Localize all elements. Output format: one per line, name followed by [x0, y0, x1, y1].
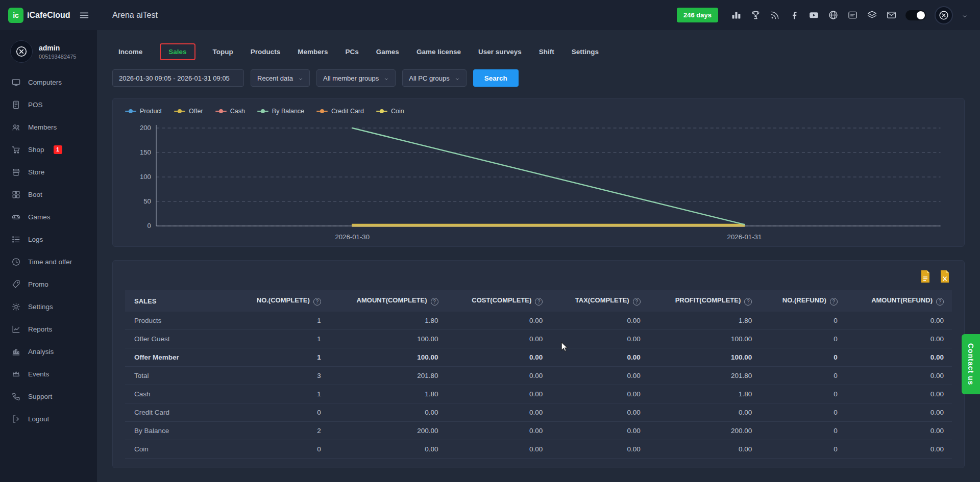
tab-user-surveys[interactable]: User surveys: [478, 48, 522, 56]
legend-item[interactable]: Credit Card: [316, 108, 364, 115]
sidebar-item-boot[interactable]: Boot: [0, 183, 97, 206]
legend-item[interactable]: Coin: [376, 108, 404, 115]
user-name: admin: [39, 44, 76, 52]
cell-no-complete: 1: [233, 348, 329, 367]
crown-icon: [11, 369, 21, 379]
sidebar-item-label: Events: [28, 370, 49, 378]
sidebar-item-shop[interactable]: Shop 1: [0, 138, 97, 161]
globe-icon[interactable]: [828, 10, 839, 20]
sales-table-panel: SALES NO.(COMPLETE)? AMOUNT(COMPLETE)? C…: [112, 260, 965, 468]
sidebar-item-logout[interactable]: Logout: [0, 408, 97, 430]
legend-marker-icon: [125, 109, 136, 114]
tab-topup[interactable]: Topup: [213, 48, 233, 56]
hamburger-menu-icon[interactable]: [79, 10, 90, 21]
export-excel-icon[interactable]: [939, 270, 951, 283]
help-icon[interactable]: ?: [535, 298, 543, 306]
column-header-amount-complete: AMOUNT(COMPLETE)?: [329, 290, 447, 312]
sidebar-item-promo[interactable]: Promo: [0, 273, 97, 295]
license-days-badge[interactable]: 246 days: [677, 8, 718, 22]
tab-games[interactable]: Games: [376, 48, 399, 56]
user-avatar[interactable]: [935, 6, 953, 24]
data-mode-value: Recent data: [257, 74, 293, 82]
cart-icon: [11, 145, 21, 155]
column-header-amount-refund: AMOUNT(REFUND)?: [846, 290, 952, 312]
pc-groups-value: All PC groups: [409, 74, 449, 82]
sidebar-item-reports[interactable]: Reports: [0, 318, 97, 340]
legend-marker-icon: [174, 109, 185, 114]
search-button[interactable]: Search: [473, 69, 519, 87]
facebook-icon[interactable]: [789, 10, 800, 20]
help-icon[interactable]: ?: [633, 298, 641, 306]
legend-item[interactable]: Product: [125, 108, 162, 115]
tab-settings[interactable]: Settings: [572, 48, 599, 56]
bar-chart-icon: [11, 347, 21, 357]
sidebar-item-events[interactable]: Events: [0, 363, 97, 385]
export-pdf-icon[interactable]: [919, 270, 932, 283]
data-mode-select[interactable]: Recent data: [251, 69, 310, 87]
tab-pcs[interactable]: PCs: [346, 48, 359, 56]
row-label: Credit Card: [125, 403, 233, 422]
sidebar-item-support[interactable]: Support: [0, 385, 97, 408]
members-icon: [11, 122, 21, 132]
tab-sales[interactable]: Sales: [160, 43, 195, 60]
pc-groups-select[interactable]: All PC groups: [402, 69, 466, 87]
ranking-icon[interactable]: [731, 10, 742, 20]
brand[interactable]: ic iCafeCloud: [8, 8, 70, 23]
cell-amount-complete: 0.00: [329, 403, 447, 422]
legend-item[interactable]: Offer: [174, 108, 203, 115]
help-icon[interactable]: ?: [744, 298, 752, 306]
tab-products[interactable]: Products: [251, 48, 281, 56]
sidebar-item-pos[interactable]: POS: [0, 93, 97, 116]
member-groups-select[interactable]: All member groups: [316, 69, 396, 87]
sidebar-item-label: Boot: [28, 191, 42, 198]
date-range-input[interactable]: 2026-01-30 09:05 - 2026-01-31 09:05: [112, 69, 244, 87]
legend-marker-icon: [257, 109, 268, 114]
help-icon[interactable]: ?: [313, 298, 321, 306]
chevron-down-icon[interactable]: [962, 12, 968, 18]
cell-amount-refund: 0.00: [846, 348, 952, 367]
toggle-knob: [917, 11, 925, 19]
cell-cost-complete: 0.00: [447, 348, 551, 367]
cell-no-refund: 0: [760, 312, 846, 330]
tab-shift[interactable]: Shift: [539, 48, 554, 56]
cell-profit-complete: 100.00: [649, 330, 761, 348]
tab-game-license[interactable]: Game license: [416, 48, 461, 56]
cell-tax-complete: 0.00: [551, 348, 648, 367]
tab-members[interactable]: Members: [298, 48, 328, 56]
tab-income[interactable]: Income: [118, 48, 142, 56]
sidebar-item-logs[interactable]: Logs: [0, 228, 97, 250]
table-row: Offer Member 1 100.00 0.00 0.00 100.00 0…: [125, 348, 952, 367]
brand-name: iCafeCloud: [27, 11, 70, 20]
sidebar-item-members[interactable]: Members: [0, 116, 97, 138]
cell-tax-complete: 0.00: [551, 330, 648, 348]
help-icon[interactable]: ?: [830, 298, 838, 306]
topbar-actions: 246 days: [677, 6, 968, 24]
mail-icon[interactable]: [886, 10, 897, 20]
main-content: Income Sales Topup Products Members PCs …: [97, 30, 980, 482]
help-icon[interactable]: ?: [936, 298, 944, 306]
sidebar-item-settings[interactable]: Settings: [0, 295, 97, 318]
rss-icon[interactable]: [770, 10, 780, 20]
sidebar-item-label: Store: [28, 168, 44, 176]
line-chart-icon: [11, 324, 21, 334]
news-icon[interactable]: [847, 10, 858, 20]
boot-icon: [11, 190, 21, 199]
sidebar-item-time-and-offer[interactable]: Time and offer: [0, 250, 97, 273]
trophy-icon[interactable]: [750, 10, 761, 20]
youtube-icon[interactable]: [808, 10, 819, 20]
layers-icon[interactable]: [867, 10, 877, 20]
legend-item[interactable]: Cash: [215, 108, 245, 115]
contact-us-button[interactable]: Contact us: [962, 334, 980, 394]
sidebar-item-analysis[interactable]: Analysis: [0, 340, 97, 363]
chart-panel: Product Offer Cash: [112, 98, 965, 247]
row-label: Total: [125, 367, 233, 385]
sidebar-item-games[interactable]: Games: [0, 206, 97, 228]
cell-amount-complete: 1.80: [329, 312, 447, 330]
help-icon[interactable]: ?: [431, 298, 438, 306]
sidebar-item-label: POS: [28, 101, 43, 109]
sidebar-item-computers[interactable]: Computers: [0, 71, 97, 93]
theme-toggle[interactable]: [905, 10, 926, 20]
legend-item[interactable]: By Balance: [257, 108, 304, 115]
cell-profit-complete: 0.00: [649, 403, 761, 422]
sidebar-item-store[interactable]: Store: [0, 161, 97, 183]
